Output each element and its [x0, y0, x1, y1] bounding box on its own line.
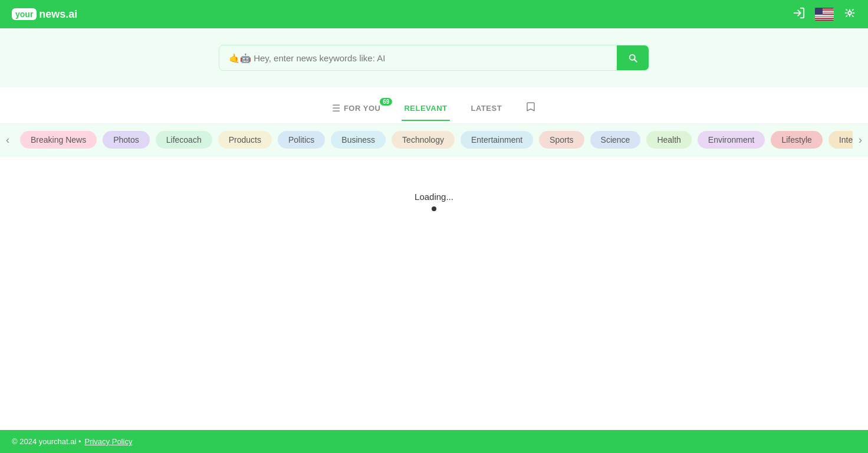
category-chip-technology[interactable]: Technology [392, 131, 455, 149]
tab-relevant[interactable]: RELEVANT [402, 99, 449, 121]
footer: © 2024 yourchat.ai • Privacy Policy [0, 430, 868, 453]
tabs-nav: ☰ FOR YOU 69 RELEVANT LATEST [0, 87, 868, 123]
login-icon[interactable] [793, 6, 805, 22]
settings-icon[interactable] [843, 6, 856, 22]
loading-text: Loading... [415, 192, 453, 202]
category-chip-photos[interactable]: Photos [103, 131, 150, 149]
search-bar [219, 45, 649, 71]
privacy-policy-link[interactable]: Privacy Policy [84, 437, 132, 446]
search-icon [627, 52, 638, 63]
tab-latest-label: LATEST [471, 104, 502, 113]
search-input[interactable] [219, 46, 617, 70]
search-section [0, 28, 868, 87]
svg-point-0 [848, 11, 851, 15]
tab-relevant-label: RELEVANT [404, 104, 447, 113]
category-chip-business[interactable]: Business [331, 131, 386, 149]
footer-copyright: © 2024 yourchat.ai • [12, 437, 81, 446]
category-chip-breaking-news[interactable]: Breaking News [20, 131, 97, 149]
categories-list: Breaking NewsPhotosLifecoachProductsPoli… [15, 131, 853, 149]
logo-text: news.ai [39, 8, 77, 21]
header: your news.ai [0, 0, 868, 28]
tab-latest[interactable]: LATEST [469, 99, 505, 121]
category-chip-environment[interactable]: Environment [698, 131, 765, 149]
category-chip-sports[interactable]: Sports [539, 131, 584, 149]
logo[interactable]: your news.ai [12, 8, 77, 21]
category-chip-products[interactable]: Products [218, 131, 272, 149]
logo-box: your [12, 8, 37, 20]
categories-bar: ‹ Breaking NewsPhotosLifecoachProductsPo… [0, 123, 868, 156]
filter-icon: ☰ [332, 103, 340, 114]
tab-badge: 69 [380, 98, 392, 106]
categories-next-button[interactable]: › [853, 134, 868, 146]
category-chip-lifestyle[interactable]: Lifestyle [771, 131, 822, 149]
category-chip-politics[interactable]: Politics [278, 131, 325, 149]
category-chip-entertainment[interactable]: Entertainment [461, 131, 533, 149]
header-actions [793, 6, 856, 22]
category-chip-science[interactable]: Science [590, 131, 641, 149]
bookmark-icon [525, 101, 536, 115]
category-chip-lifecoach[interactable]: Lifecoach [156, 131, 212, 149]
tab-for-you[interactable]: ☰ FOR YOU 69 [330, 98, 383, 122]
flag-icon[interactable] [815, 8, 834, 21]
tab-for-you-label: FOR YOU [344, 104, 381, 113]
category-chip-international[interactable]: International [828, 131, 853, 149]
main-content: Loading... [0, 156, 868, 430]
categories-prev-button[interactable]: ‹ [0, 134, 15, 146]
search-button[interactable] [617, 45, 649, 70]
loading-spinner [432, 206, 436, 211]
loading-container: Loading... [415, 192, 453, 211]
tab-bookmark[interactable] [523, 97, 538, 123]
category-chip-health[interactable]: Health [646, 131, 691, 149]
